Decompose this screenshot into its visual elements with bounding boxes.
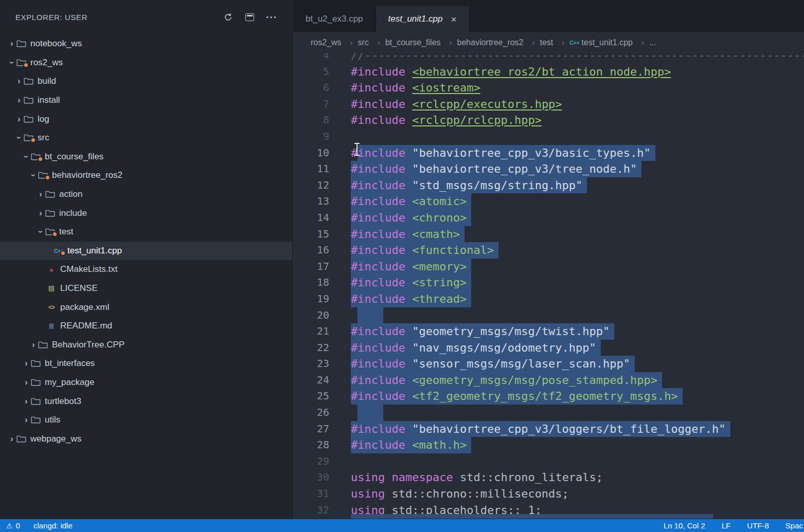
line-number[interactable]: 6 — [293, 80, 329, 96]
line-number[interactable]: 21 — [293, 323, 329, 340]
eol-indicator[interactable]: LF — [722, 521, 731, 530]
tree-item-turtlebot3[interactable]: turtlebot3 — [0, 392, 292, 411]
chevron-down-icon[interactable] — [7, 59, 16, 67]
tree-item-utils[interactable]: utils — [0, 411, 292, 430]
tab-bt-u2-ex3-cpp[interactable]: bt_u2_ex3.cpp — [293, 6, 376, 32]
code-line-16[interactable]: 16#include <functional> — [293, 242, 804, 259]
chevron-down-icon[interactable] — [36, 228, 45, 236]
code-line-18[interactable]: 18#include <string> — [293, 274, 804, 291]
code-line-27[interactable]: 27#include "behaviortree_cpp_v3/loggers/… — [293, 421, 804, 437]
tree-item-readme-md[interactable]: ≣README.md — [0, 317, 292, 336]
line-number[interactable]: 14 — [293, 210, 329, 226]
line-number[interactable]: 27 — [293, 421, 329, 437]
tab-test-unit1-cpp[interactable]: test_unit1.cpp × — [376, 6, 470, 32]
chevron-down-icon[interactable] — [29, 171, 38, 179]
breadcrumb-item-test-unit1-cpp[interactable]: C++test_unit1.cpp — [569, 38, 649, 47]
tree-item-bt-course-files[interactable]: bt_course_files — [0, 148, 292, 167]
line-number[interactable]: 23 — [293, 356, 329, 372]
tree-item-build[interactable]: build — [0, 72, 292, 91]
line-number[interactable]: 8 — [293, 112, 329, 129]
line-number[interactable]: 22 — [293, 340, 329, 356]
line-number[interactable]: 4 — [293, 53, 329, 64]
tree-item-ros2-ws[interactable]: ros2_ws — [0, 53, 292, 72]
tree-item-action[interactable]: action — [0, 185, 292, 204]
chevron-right-icon[interactable] — [29, 341, 38, 349]
code-line-13[interactable]: 13#include <atomic> — [293, 193, 804, 210]
close-icon[interactable]: × — [451, 14, 456, 24]
line-number[interactable]: 29 — [293, 453, 329, 470]
code-line-15[interactable]: 15#include <cmath> — [293, 226, 804, 243]
chevron-right-icon[interactable] — [36, 190, 45, 198]
line-number[interactable]: 17 — [293, 259, 329, 275]
tree-item-install[interactable]: install — [0, 91, 292, 110]
line-number[interactable]: 7 — [293, 96, 329, 113]
tree-item-test-unit1-cpp[interactable]: C++test_unit1.cpp — [0, 242, 292, 261]
code-line-26[interactable]: 26 — [293, 405, 804, 421]
code-line-6[interactable]: 6#include <iostream> — [293, 80, 804, 96]
tree-item-cmakelists-txt[interactable]: ▲CMakeLists.txt — [0, 260, 292, 279]
code-line-30[interactable]: 30using namespace std::chrono_literals; — [293, 469, 804, 486]
tree-item-src[interactable]: src — [0, 129, 292, 148]
code-line-8[interactable]: 8#include <rclcpp/rclcpp.hpp> — [293, 112, 804, 129]
line-number[interactable]: 5 — [293, 64, 329, 80]
tree-item-webpage-ws[interactable]: webpage_ws — [0, 429, 292, 448]
tree-item-bt-interfaces[interactable]: bt_interfaces — [0, 354, 292, 373]
line-number[interactable]: 24 — [293, 372, 329, 389]
tree-item-behaviortree-ros2[interactable]: behaviortree_ros2 — [0, 166, 292, 185]
line-number[interactable]: 12 — [293, 177, 329, 194]
code-line-9[interactable]: 9 — [293, 129, 804, 145]
breadcrumb-item-test[interactable]: test — [540, 38, 570, 47]
line-number[interactable]: 25 — [293, 388, 329, 405]
cursor-position[interactable]: Ln 10, Col 2 — [664, 521, 705, 530]
chevron-down-icon[interactable] — [22, 153, 31, 161]
code-line-17[interactable]: 17#include <memory> — [293, 259, 804, 275]
code-line-7[interactable]: 7#include <rclcpp/executors.hpp> — [293, 96, 804, 113]
code-line-4[interactable]: 4//-------------------------------------… — [293, 53, 804, 64]
code-line-31[interactable]: 31using std::chrono::milliseconds; — [293, 486, 804, 502]
line-number[interactable]: 10 — [293, 145, 329, 161]
code-line-19[interactable]: 19#include <thread> — [293, 291, 804, 307]
chevron-right-icon[interactable] — [14, 96, 24, 104]
breadcrumb-item--[interactable]: ... — [649, 38, 656, 47]
code-line-10[interactable]: 10#include "behaviortree_cpp_v3/basic_ty… — [293, 145, 804, 161]
chevron-right-icon[interactable] — [22, 397, 31, 406]
code-line-23[interactable]: 23#include "sensor_msgs/msg/laser_scan.h… — [293, 356, 804, 372]
line-number[interactable]: 11 — [293, 161, 329, 177]
chevron-right-icon[interactable] — [14, 77, 24, 85]
line-number[interactable]: 16 — [293, 242, 329, 259]
tree-item-notebook-ws[interactable]: notebook_ws — [0, 34, 292, 53]
code-line-21[interactable]: 21#include "geometry_msgs/msg/twist.hpp" — [293, 323, 804, 340]
code-line-28[interactable]: 28#include <math.h> — [293, 437, 804, 453]
code-line-29[interactable]: 29 — [293, 453, 804, 470]
tree-item-test[interactable]: test — [0, 223, 292, 242]
chevron-right-icon[interactable] — [22, 416, 31, 424]
line-number[interactable]: 26 — [293, 405, 329, 421]
tree-item-my-package[interactable]: my_package — [0, 373, 292, 392]
line-number[interactable]: 19 — [293, 291, 329, 307]
tree-item-behaviortree-cpp[interactable]: BehaviorTree.CPP — [0, 336, 292, 355]
line-number[interactable]: 28 — [293, 437, 329, 453]
problems-indicator[interactable]: 0 — [6, 521, 20, 530]
code-line-5[interactable]: 5#include <behaviortree_ros2/bt_action_n… — [293, 64, 804, 80]
chevron-right-icon[interactable] — [36, 209, 45, 217]
clangd-status[interactable]: clangd: idle — [33, 521, 73, 530]
line-number[interactable]: 31 — [293, 486, 329, 502]
encoding-indicator[interactable]: UTF-8 — [747, 521, 769, 530]
line-number[interactable]: 32 — [293, 502, 329, 519]
line-number[interactable]: 20 — [293, 307, 329, 324]
breadcrumb-item-src[interactable]: src — [358, 38, 385, 47]
code-line-12[interactable]: 12#include "std_msgs/msg/string.hpp" — [293, 177, 804, 194]
refresh-icon[interactable] — [223, 12, 233, 23]
tree-item-package-xml[interactable]: <>package.xml — [0, 298, 292, 317]
line-number[interactable]: 9 — [293, 129, 329, 145]
code-line-25[interactable]: 25#include <tf2_geometry_msgs/tf2_geomet… — [293, 388, 804, 405]
indent-indicator[interactable]: Spac — [785, 521, 803, 530]
code-line-11[interactable]: 11#include "behaviortree_cpp_v3/tree_nod… — [293, 161, 804, 177]
tree-item-log[interactable]: log — [0, 109, 292, 129]
line-number[interactable]: 30 — [293, 469, 329, 486]
code-line-20[interactable]: 20 — [293, 307, 804, 324]
breadcrumb-item-behaviortree-ros2[interactable]: behaviortree_ros2 — [457, 38, 540, 47]
breadcrumb-item-ros2-ws[interactable]: ros2_ws — [311, 38, 358, 47]
more-actions-icon[interactable] — [266, 12, 277, 23]
code-line-22[interactable]: 22#include "nav_msgs/msg/odometry.hpp" — [293, 340, 804, 356]
